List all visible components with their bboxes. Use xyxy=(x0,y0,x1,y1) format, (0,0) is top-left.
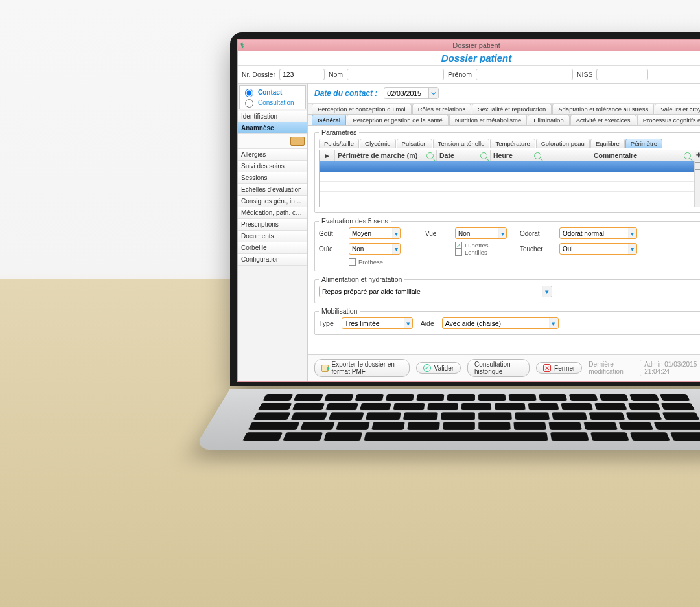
alimentation-fieldset: Alimentation et hydratation ▾ xyxy=(314,275,700,303)
category-tab[interactable]: Nutrition et métabolisme xyxy=(449,115,527,125)
sidebar-item[interactable]: Sessions xyxy=(238,172,307,184)
category-tab[interactable]: Rôles et relations xyxy=(412,104,471,114)
sidebar-item[interactable]: Prescriptions xyxy=(238,219,307,231)
mode-consultation[interactable]: Consultation xyxy=(242,97,303,108)
fermer-button[interactable]: ✕ Fermer xyxy=(536,362,582,374)
prenom-label: Prénom xyxy=(448,71,472,78)
category-tab[interactable]: Sexualité et reproduction xyxy=(472,104,552,114)
param-tab[interactable]: Température xyxy=(490,139,535,148)
scrollbar-thumb[interactable] xyxy=(695,162,700,170)
historique-button[interactable]: Consultation historique xyxy=(467,359,530,377)
contact-date-field[interactable] xyxy=(384,87,439,99)
window-titlebar[interactable]: ⚕ Dossier patient xyxy=(238,40,700,51)
sidebar: Contact Consultation IdentificationAnamn… xyxy=(238,84,308,381)
vue-combo[interactable]: ▾ xyxy=(455,227,507,239)
sidebar-item[interactable]: Documents xyxy=(238,231,307,242)
category-tab[interactable]: Elimination xyxy=(528,115,569,125)
chevron-down-icon xyxy=(431,91,436,96)
screen-bezel: ⚕ Dossier patient Dossier patient Nr. Do… xyxy=(230,32,700,386)
parametres-grid[interactable]: ▸ Périmètre de marche (m) Date Heure xyxy=(319,150,700,207)
niss-input[interactable] xyxy=(596,69,648,80)
alimentation-combo[interactable]: ▾ xyxy=(319,286,552,297)
odorat-combo[interactable]: ▾ xyxy=(559,227,637,239)
grid-col-date[interactable]: Date xyxy=(437,150,491,161)
mobil-type-combo[interactable]: ▾ xyxy=(342,317,413,329)
param-tab[interactable]: Périmètre xyxy=(625,139,662,148)
keyboard xyxy=(193,389,700,450)
sidebar-item[interactable]: Suivi des soins xyxy=(238,161,307,172)
mode-consultation-radio[interactable] xyxy=(245,99,253,108)
grid-add-button[interactable]: ✚ xyxy=(694,150,700,161)
close-icon: ✕ xyxy=(543,364,551,372)
param-tab[interactable]: Coloration peau xyxy=(536,139,590,148)
contact-date-dropdown[interactable] xyxy=(428,88,438,98)
sidebar-item[interactable]: Identification xyxy=(238,111,307,122)
parametres-tabs: Poids/tailleGlycémiePulsationTension art… xyxy=(319,139,700,148)
chevron-down-icon[interactable]: ▾ xyxy=(542,286,552,297)
grid-row-selector-head[interactable]: ▸ xyxy=(320,150,335,161)
chevron-down-icon[interactable]: ▾ xyxy=(392,244,401,254)
category-tab[interactable]: Adaptation et tolérance au stress xyxy=(552,104,654,114)
chevron-down-icon[interactable]: ▾ xyxy=(628,228,636,238)
category-tab[interactable]: Processus cognitifs et perceptifs xyxy=(637,115,700,125)
export-button[interactable]: Exporter le dossier en format PMF xyxy=(314,359,410,377)
contact-date-input[interactable] xyxy=(384,89,428,97)
ouie-combo[interactable]: ▾ xyxy=(349,243,401,255)
chevron-down-icon[interactable]: ▾ xyxy=(549,318,558,328)
chevron-down-icon[interactable]: ▾ xyxy=(498,228,507,238)
search-icon[interactable] xyxy=(480,152,487,159)
toucher-combo[interactable]: ▾ xyxy=(559,243,637,255)
param-tab[interactable]: Poids/taille xyxy=(319,139,359,148)
category-tab[interactable]: Perception et conception du moi xyxy=(312,104,412,114)
param-tab[interactable]: Glycémie xyxy=(360,139,396,148)
mode-contact[interactable]: Contact xyxy=(242,87,303,97)
sidebar-item[interactable]: Configuration xyxy=(238,254,307,266)
odorat-label: Odorat xyxy=(520,230,555,237)
gout-combo[interactable]: ▾ xyxy=(349,227,401,239)
param-tab[interactable]: Pulsation xyxy=(397,139,432,148)
grid-row[interactable] xyxy=(320,181,700,191)
sidebar-item[interactable]: Corbeille xyxy=(238,242,307,254)
nr-dossier-input[interactable] xyxy=(279,69,325,80)
nom-input[interactable] xyxy=(347,69,444,80)
grid-col-commentaire[interactable]: Commentaire xyxy=(544,150,694,161)
prothese-check[interactable] xyxy=(349,258,356,266)
chevron-down-icon[interactable]: ▾ xyxy=(404,318,412,328)
sidebar-item[interactable]: Allergies xyxy=(238,149,307,161)
mobilisation-fieldset: Mobilisation Type ▾ Aide ▾ xyxy=(314,307,700,335)
grid-selected-row[interactable] xyxy=(320,161,700,172)
grid-row[interactable] xyxy=(320,172,700,181)
category-tab[interactable]: Perception et gestion de la santé xyxy=(347,115,448,125)
mode-contact-radio[interactable] xyxy=(245,89,253,97)
export-icon xyxy=(321,365,329,372)
app-icon: ⚕ xyxy=(240,41,244,50)
grid-scrollbar[interactable] xyxy=(694,161,700,207)
sidebar-item[interactable]: Echelles d'évaluation xyxy=(238,184,307,196)
sidebar-item[interactable]: Consignes gén., indispo., ... xyxy=(238,196,307,207)
grid-row[interactable] xyxy=(320,191,700,201)
prothese-label: Prothèse xyxy=(358,258,383,266)
search-icon[interactable] xyxy=(426,152,434,159)
chevron-down-icon[interactable]: ▾ xyxy=(628,244,636,254)
footer-bar: Exporter le dossier en format PMF Valide… xyxy=(308,354,700,381)
category-tab[interactable]: Valeurs et croya xyxy=(655,104,700,114)
lunettes-check[interactable] xyxy=(455,242,462,249)
sidebar-item[interactable]: Médication, path. concom. xyxy=(238,207,307,219)
search-icon[interactable] xyxy=(684,152,691,159)
sidebar-item[interactable]: Anamnèse xyxy=(238,122,307,134)
mobil-aide-combo[interactable]: ▾ xyxy=(442,317,559,329)
prenom-input[interactable] xyxy=(476,69,573,80)
category-tab[interactable]: Général xyxy=(312,115,346,125)
param-tab[interactable]: Équilibre xyxy=(590,139,625,148)
grid-col-heure[interactable]: Heure xyxy=(491,150,544,161)
grid-body[interactable] xyxy=(320,161,700,207)
valider-button[interactable]: Valider xyxy=(416,362,461,374)
grid-col-perimetre[interactable]: Périmètre de marche (m) xyxy=(335,150,437,161)
ouie-label: Ouïe xyxy=(319,246,345,253)
search-icon[interactable] xyxy=(534,152,541,159)
param-tab[interactable]: Tension artérielle xyxy=(433,139,490,148)
alimentation-legend: Alimentation et hydratation xyxy=(319,275,404,283)
chevron-down-icon[interactable]: ▾ xyxy=(392,228,401,238)
category-tab[interactable]: Activité et exercices xyxy=(570,115,636,125)
lentilles-check[interactable] xyxy=(455,249,462,256)
